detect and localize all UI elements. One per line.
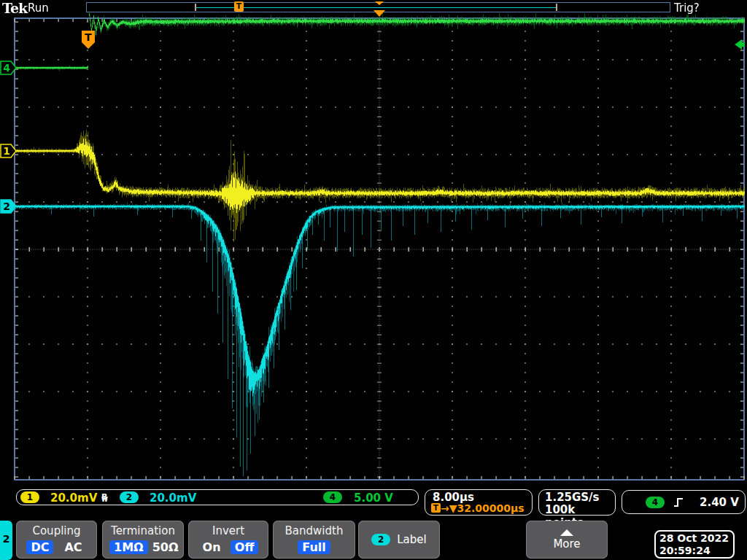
label-channel-badge: 2 bbox=[371, 534, 390, 545]
record-window-left-bracket[interactable] bbox=[195, 4, 196, 11]
channel1-scale: 20.0mV bbox=[50, 491, 97, 505]
horizontal-readout-box: 8.00µs T→▼32.00000µs bbox=[425, 489, 533, 516]
delay-marker-icon: ▼ bbox=[449, 502, 457, 514]
trigger-source-badge: 4 bbox=[646, 497, 665, 508]
bandwidth-full-option[interactable]: Full bbox=[298, 540, 330, 554]
channel4-scale: 5.00 V bbox=[354, 491, 393, 505]
date-text: 28 Oct 2022 bbox=[659, 532, 729, 545]
termination-50-option[interactable]: 50Ω bbox=[148, 540, 183, 554]
channel4-marker-label: 4 bbox=[3, 62, 10, 74]
record-trigger-flag-icon[interactable]: T bbox=[234, 1, 244, 12]
coupling-ac-option[interactable]: AC bbox=[60, 540, 86, 554]
channel1-badge: 1 bbox=[20, 491, 39, 503]
sample-rate: 1.25GS/s bbox=[545, 491, 600, 504]
channel1-reference-marker[interactable]: 1 bbox=[0, 144, 18, 158]
bandwidth-title: Bandwidth bbox=[273, 524, 355, 537]
acquisition-readout-box: 1.25GS/s 100k points bbox=[538, 489, 616, 516]
record-window-right-bracket[interactable] bbox=[556, 4, 557, 11]
channel1-marker-label: 1 bbox=[3, 145, 10, 157]
label-button-text: Label bbox=[397, 533, 426, 546]
invert-title: Invert bbox=[188, 524, 268, 537]
trigger-level-value: 2.40 V bbox=[700, 496, 739, 509]
channel2-scale: 20.0mV bbox=[150, 491, 196, 505]
datetime-box: 28 Oct 2022 20:59:24 bbox=[654, 530, 735, 559]
invert-on-option[interactable]: On bbox=[198, 540, 225, 554]
more-up-arrow-icon bbox=[560, 529, 573, 536]
trigger-position-flag-icon[interactable]: T bbox=[82, 31, 96, 52]
time-text: 20:59:24 bbox=[659, 545, 729, 557]
bandwidth-limit-icon: BW bbox=[101, 492, 108, 503]
delay-trigger-icon: T bbox=[431, 503, 441, 513]
bandwidth-button[interactable]: Bandwidth Full bbox=[273, 521, 355, 559]
delay-value: 32.00000µs bbox=[457, 502, 525, 514]
more-button[interactable]: More bbox=[526, 521, 608, 559]
acquisition-status: Run bbox=[28, 1, 49, 15]
coupling-title: Coupling bbox=[16, 524, 97, 537]
channel2-reference-marker[interactable]: 2 bbox=[0, 199, 18, 214]
termination-1m-option[interactable]: 1MΩ bbox=[109, 540, 148, 554]
channel4-reference-marker[interactable]: 4 bbox=[0, 61, 18, 75]
record-center-marker-icon bbox=[375, 1, 384, 5]
tek-logo: Tek bbox=[2, 0, 27, 16]
trigger-readout-box: 4 2.40 V bbox=[622, 490, 746, 514]
invert-off-option[interactable]: Off bbox=[231, 540, 259, 554]
trigger-flag-letter: T bbox=[85, 31, 92, 43]
trigger-level-arrow-icon[interactable] bbox=[735, 39, 746, 50]
trigger-delay-readout: T→▼32.00000µs bbox=[431, 502, 525, 514]
record-view-trace bbox=[196, 7, 556, 8]
more-button-text: More bbox=[553, 537, 580, 551]
label-button[interactable]: 2 Label bbox=[358, 521, 440, 559]
channel4-badge: 4 bbox=[323, 491, 342, 503]
graticule-waveform-canvas[interactable] bbox=[0, 0, 747, 481]
coupling-button[interactable]: Coupling DC AC bbox=[16, 521, 97, 559]
rising-edge-slope-icon bbox=[673, 497, 684, 508]
invert-button[interactable]: Invert On Off bbox=[188, 521, 268, 559]
coupling-dc-option[interactable]: DC bbox=[26, 540, 53, 554]
trigger-status: Trig? bbox=[674, 1, 700, 15]
channel-scale-readout-box: 1 20.0mV BW 2 20.0mV 4 5.00 V bbox=[16, 489, 419, 505]
menu-channel-tab: 2 bbox=[0, 521, 12, 560]
termination-title: Termination bbox=[102, 524, 184, 537]
channel2-badge: 2 bbox=[120, 491, 139, 503]
oscilloscope-screen: Tek Run Trig? T T 4 1 2 1 20.0mV BW 2 20… bbox=[0, 0, 747, 560]
termination-button[interactable]: Termination 1MΩ 50Ω bbox=[102, 521, 184, 559]
expansion-point-icon[interactable] bbox=[374, 10, 385, 17]
delay-arrow-icon: → bbox=[441, 502, 449, 514]
channel2-marker-label: 2 bbox=[3, 201, 10, 212]
